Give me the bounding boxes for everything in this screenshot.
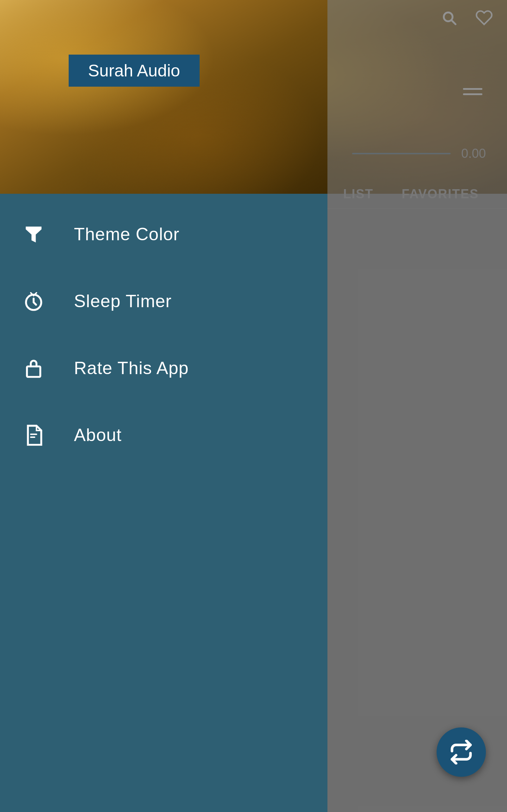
sleep-timer-label: Sleep Timer bbox=[74, 291, 172, 311]
navigation-drawer: Surah Audio Theme Color Sle bbox=[0, 0, 327, 812]
clock-icon bbox=[21, 289, 46, 314]
app-title: Surah Audio bbox=[88, 61, 180, 80]
menu-item-theme-color[interactable]: Theme Color bbox=[0, 201, 327, 268]
drawer-header-image: Surah Audio bbox=[0, 0, 327, 194]
drawer-menu: Theme Color Sleep Timer Ra bbox=[0, 194, 327, 812]
menu-item-rate-app[interactable]: Rate This App bbox=[0, 335, 327, 402]
rate-app-label: Rate This App bbox=[74, 358, 189, 378]
theme-icon bbox=[21, 222, 46, 247]
overlay-scrim[interactable] bbox=[327, 0, 507, 812]
menu-item-sleep-timer[interactable]: Sleep Timer bbox=[0, 268, 327, 335]
theme-color-label: Theme Color bbox=[74, 224, 180, 244]
about-label: About bbox=[74, 425, 122, 445]
svg-rect-1 bbox=[27, 366, 40, 377]
rate-icon bbox=[21, 356, 46, 380]
menu-item-about[interactable]: About bbox=[0, 402, 327, 469]
document-icon bbox=[21, 423, 46, 447]
surah-title-bar: Surah Audio bbox=[69, 55, 200, 87]
fab-repeat-button[interactable] bbox=[437, 727, 486, 777]
repeat-icon bbox=[449, 740, 474, 764]
